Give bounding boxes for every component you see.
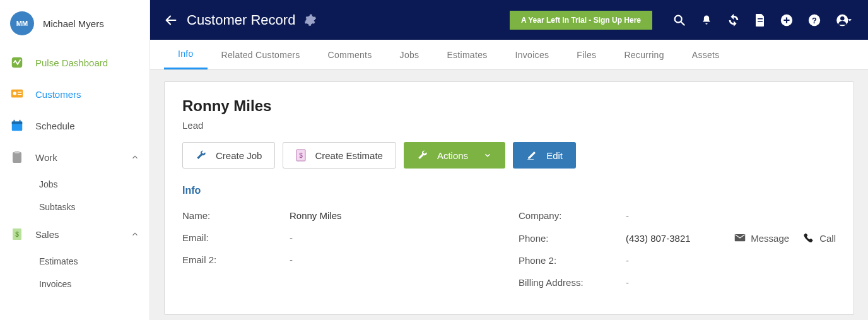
- value-company: -: [626, 210, 836, 221]
- sidebar-subitem-jobs[interactable]: Jobs: [0, 173, 150, 196]
- label-name: Name:: [182, 210, 290, 221]
- main: Customer Record A Year Left In Trial - S…: [150, 0, 868, 320]
- svg-rect-15: [758, 18, 763, 20]
- sidebar-item-pulse[interactable]: Pulse Dashboard: [0, 47, 150, 78]
- document-icon[interactable]: [754, 13, 766, 27]
- button-label: Edit: [546, 150, 563, 161]
- edit-button[interactable]: Edit: [513, 142, 576, 169]
- nav-label: Sales: [35, 229, 59, 240]
- wrench-icon: [417, 150, 428, 161]
- label-billing: Billing Address:: [519, 277, 626, 288]
- tab-related-customers[interactable]: Related Customers: [208, 40, 314, 69]
- tab-assets[interactable]: Assets: [678, 40, 734, 69]
- nav-label: Customers: [35, 89, 81, 100]
- value-billing: -: [626, 277, 836, 288]
- svg-rect-24: [527, 159, 534, 160]
- nav-label: Pulse Dashboard: [35, 57, 108, 68]
- nav-label: Schedule: [35, 121, 75, 131]
- chevron-up-icon: [131, 153, 139, 162]
- tab-invoices[interactable]: Invoices: [501, 40, 563, 69]
- tab-comments[interactable]: Comments: [314, 40, 386, 69]
- page-title: Customer Record: [187, 12, 295, 28]
- customer-name: Ronny Miles: [182, 97, 836, 115]
- call-button[interactable]: Call: [803, 232, 836, 244]
- sidebar-subitem-subtasks[interactable]: Subtasks: [0, 196, 150, 218]
- tab-info[interactable]: Info: [164, 40, 208, 69]
- tab-files[interactable]: Files: [563, 40, 610, 69]
- svg-rect-10: [15, 151, 20, 153]
- sidebar-user[interactable]: MM Michael Myers: [0, 0, 150, 47]
- label-company: Company:: [519, 210, 626, 221]
- sidebar-subitem-estimates[interactable]: Estimates: [0, 250, 150, 273]
- label-email2: Email 2:: [182, 254, 290, 265]
- search-icon[interactable]: [672, 13, 686, 27]
- svg-line-14: [681, 21, 685, 25]
- avatar: MM: [10, 11, 34, 35]
- topbar: Customer Record A Year Left In Trial - S…: [150, 0, 868, 40]
- user-name: Michael Myers: [43, 18, 104, 29]
- nav-label: Work: [35, 152, 57, 163]
- sidebar-item-schedule[interactable]: Schedule: [0, 110, 150, 141]
- button-label: Create Estimate: [315, 150, 383, 161]
- wrench-icon: [196, 150, 207, 161]
- button-label: Call: [819, 233, 836, 244]
- create-job-button[interactable]: Create Job: [182, 142, 275, 169]
- sidebar: MM Michael Myers Pulse Dashboard Custome…: [0, 0, 150, 320]
- user-menu[interactable]: [835, 13, 854, 27]
- value-email2: -: [290, 254, 500, 265]
- trial-cta[interactable]: A Year Left In Trial - Sign Up Here: [510, 11, 652, 30]
- message-icon: [734, 234, 746, 242]
- svg-rect-8: [20, 120, 21, 123]
- svg-text:?: ?: [812, 15, 817, 25]
- label-phone: Phone:: [519, 233, 626, 244]
- create-estimate-button[interactable]: $ Create Estimate: [283, 142, 396, 169]
- sidebar-item-sales[interactable]: $ Sales: [0, 218, 150, 250]
- clipboard-icon: [10, 150, 24, 164]
- svg-rect-16: [758, 21, 763, 22]
- button-label: Message: [751, 233, 789, 244]
- sidebar-item-customers[interactable]: Customers: [0, 78, 150, 110]
- gear-icon[interactable]: [304, 14, 317, 27]
- chevron-down-icon: [483, 151, 492, 160]
- calendar-icon: [10, 119, 24, 133]
- label-email: Email:: [182, 232, 290, 243]
- svg-point-21: [840, 16, 844, 20]
- info-section-header: Info: [182, 185, 836, 196]
- phone-icon: [803, 232, 814, 244]
- svg-rect-7: [14, 120, 15, 123]
- value-phone: (433) 807-3821: [626, 233, 722, 244]
- tab-recurring[interactable]: Recurring: [610, 40, 677, 69]
- customer-card: Ronny Miles Lead Create Job $ Create Est…: [164, 81, 854, 315]
- value-email: -: [290, 232, 500, 243]
- edit-icon: [526, 150, 537, 161]
- content: Ronny Miles Lead Create Job $ Create Est…: [150, 70, 868, 320]
- message-button[interactable]: Message: [734, 232, 789, 244]
- button-label: Create Job: [216, 150, 262, 161]
- bell-icon[interactable]: [700, 13, 713, 27]
- sidebar-item-work[interactable]: Work: [0, 141, 150, 173]
- customer-status: Lead: [182, 120, 836, 131]
- tab-jobs[interactable]: Jobs: [386, 40, 433, 69]
- back-button[interactable]: [164, 13, 178, 27]
- tab-estimates[interactable]: Estimates: [433, 40, 501, 69]
- svg-point-13: [675, 15, 682, 22]
- add-icon[interactable]: [780, 13, 794, 27]
- button-label: Actions: [437, 150, 468, 161]
- svg-text:$: $: [300, 152, 303, 159]
- label-phone2: Phone 2:: [519, 255, 626, 266]
- actions-button[interactable]: Actions: [404, 142, 505, 169]
- estimate-icon: $: [296, 149, 306, 162]
- tabs: Info Related Customers Comments Jobs Est…: [150, 40, 868, 70]
- svg-rect-4: [18, 94, 21, 95]
- svg-rect-3: [18, 92, 21, 92]
- svg-rect-9: [13, 152, 21, 163]
- invoice-icon: $: [10, 227, 24, 241]
- value-phone2: -: [626, 255, 836, 266]
- customers-icon: [10, 87, 24, 101]
- svg-text:$: $: [15, 231, 19, 238]
- chevron-up-icon: [131, 230, 139, 239]
- sidebar-subitem-invoices[interactable]: Invoices: [0, 273, 150, 295]
- sync-icon[interactable]: [727, 13, 741, 27]
- value-name: Ronny Miles: [290, 210, 500, 221]
- help-icon[interactable]: ?: [807, 13, 821, 27]
